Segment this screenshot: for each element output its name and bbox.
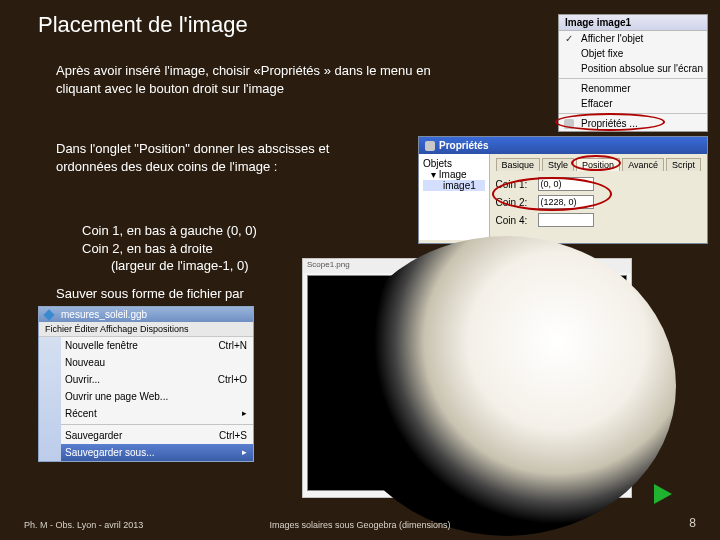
menu-item-ouvrir[interactable]: Ouvrir...Ctrl+O <box>61 371 253 388</box>
tab-avance[interactable]: Avancé <box>622 158 664 171</box>
menu-item-nouvelle-fenetre[interactable]: Nouvelle fenêtreCtrl+N <box>61 337 253 354</box>
solar-image-panel: Scope1.png <box>302 258 632 498</box>
file-menu-title: mesures_soleil.ggb <box>39 307 253 322</box>
menu-item-nouveau[interactable]: Nouveau <box>61 354 253 371</box>
coin2-row: Coin 2: <box>496 195 701 209</box>
tab-script[interactable]: Script <box>666 158 701 171</box>
tree-node[interactable]: ▾ Image <box>423 169 485 180</box>
tree-root: Objets <box>423 158 485 169</box>
footer-title: Images solaires sous Geogebra (dimension… <box>0 520 720 530</box>
gear-icon <box>425 141 435 151</box>
context-menu-title: Image image1 <box>559 15 707 31</box>
coin4-row: Coin 4: <box>496 213 701 227</box>
coin4-input[interactable] <box>538 213 594 227</box>
menu-icon-strip <box>39 337 61 461</box>
solar-image <box>307 275 627 491</box>
para1-key: Propriétés <box>261 63 320 78</box>
coin-1-line: Coin 1, en bas à gauche (0, 0) <box>82 222 382 240</box>
menu-separator <box>61 424 253 425</box>
menu-item-recent[interactable]: Récent <box>61 405 253 422</box>
paragraph-position-tab: Dans l'onglet "Position" donner les absc… <box>56 140 366 175</box>
ctx-item-position-absolue[interactable]: Position absolue sur l'écran <box>559 61 707 76</box>
menu-item-ouvrir-web[interactable]: Ouvrir une page Web... <box>61 388 253 405</box>
play-icon[interactable] <box>654 484 672 504</box>
ctx-item-afficher[interactable]: Afficher l'objet <box>559 31 707 46</box>
highlight-circle-icon <box>492 177 612 211</box>
tab-position[interactable]: Position <box>576 158 620 171</box>
tree-leaf[interactable]: image1 <box>423 180 485 191</box>
ctx-item-proprietes[interactable]: Propriétés ... <box>559 116 707 131</box>
tab-basique[interactable]: Basique <box>496 158 541 171</box>
ctx-separator <box>559 78 707 79</box>
coin4-label: Coin 4: <box>496 215 532 226</box>
properties-tabs: Basique Style Position Avancé Script <box>496 158 701 171</box>
menubar[interactable]: Fichier Éditer Affichage Dispositions <box>39 322 253 337</box>
sun-limb <box>336 236 676 536</box>
menu-item-sauvegarder-sous[interactable]: Sauvegarder sous... <box>61 444 253 461</box>
properties-panel: Propriétés Objets ▾ Image image1 Basique… <box>418 136 708 244</box>
paragraph-insert-image: Après avoir inséré l'image, choisir «Pro… <box>56 62 456 97</box>
highlight-circle-icon <box>555 113 665 131</box>
context-menu: Image image1 Afficher l'objet Objet fixe… <box>558 14 708 132</box>
page-number: 8 <box>689 516 696 530</box>
slide-title: Placement de l'image <box>38 12 248 38</box>
properties-title-text: Propriétés <box>439 140 488 151</box>
highlight-circle-icon <box>571 155 621 171</box>
object-tree: Objets ▾ Image image1 <box>419 154 490 240</box>
para1-a: Après avoir inséré l'image, choisir « <box>56 63 261 78</box>
file-menu-window: mesures_soleil.ggb Fichier Éditer Affich… <box>38 306 254 462</box>
paragraph-save: Sauver sous forme de fichier par <box>56 286 244 301</box>
properties-titlebar: Propriétés <box>419 137 707 154</box>
menu-item-sauvegarder[interactable]: SauvegarderCtrl+S <box>61 427 253 444</box>
ctx-item-renommer[interactable]: Renommer <box>559 81 707 96</box>
coin-2-line: Coin 2, en bas à droite <box>82 240 382 258</box>
tab-style[interactable]: Style <box>542 158 574 171</box>
ctx-item-objet-fixe[interactable]: Objet fixe <box>559 46 707 61</box>
app-icon <box>43 309 54 320</box>
ctx-item-effacer[interactable]: Effacer <box>559 96 707 111</box>
